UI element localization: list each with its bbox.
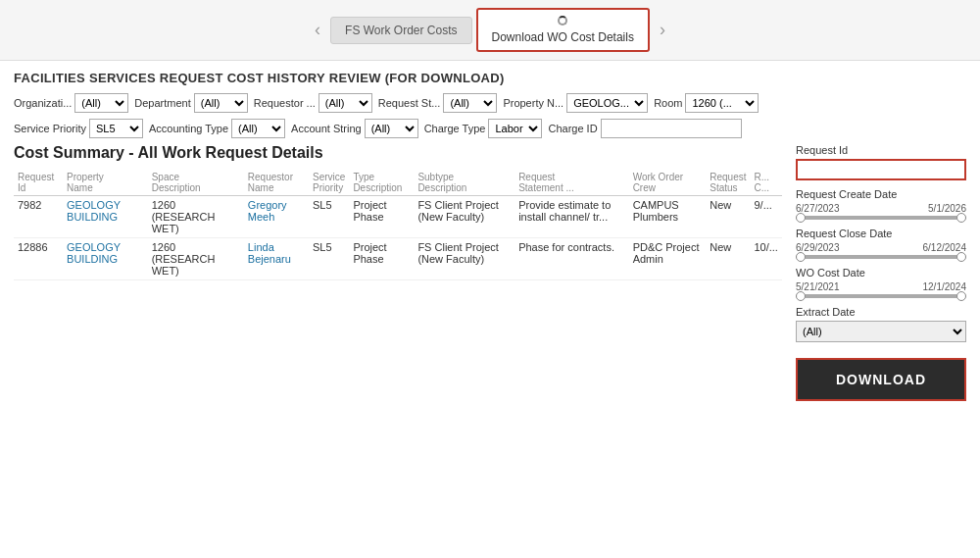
rp-wcd-thumb-left[interactable] xyxy=(796,291,806,301)
filter-request-status: Request St... (All) xyxy=(378,93,498,113)
tab-next-btn[interactable]: › xyxy=(654,20,671,40)
rp-rcd-slider-fill xyxy=(796,216,966,220)
filter-account-string: Account String (All) xyxy=(291,119,418,138)
right-panel: Request Id Request Create Date 6/27/2023… xyxy=(782,144,966,401)
cell-subtype-desc: FS Client Project (New Faculty) xyxy=(414,238,514,280)
filter-at-select[interactable]: (All) xyxy=(231,119,285,138)
filter-prop-select[interactable]: GEOLOG... xyxy=(566,93,648,113)
cell-request-status: New xyxy=(706,196,750,238)
col-service-priority: ServicePriority xyxy=(309,170,349,196)
cell-request-id: 7982 xyxy=(14,196,63,238)
cell-subtype-desc: FS Client Project (New Faculty) xyxy=(414,196,514,238)
tab-bar: ‹ FS Work Order Costs Download WO Cost D… xyxy=(0,0,980,61)
rp-request-create-date-field: Request Create Date 6/27/2023 5/1/2026 xyxy=(796,188,966,220)
filter-ct-label: Charge Type xyxy=(424,123,486,134)
filter-reqst-label: Request St... xyxy=(378,97,441,109)
filter-req-select[interactable]: (All) xyxy=(318,93,372,113)
filter-req-label: Requestor ... xyxy=(254,97,316,109)
filter-organization: Organizati... (All) xyxy=(14,93,128,113)
filter-dept-select[interactable]: (All) xyxy=(194,93,248,113)
col-space-desc: SpaceDescription xyxy=(148,170,244,196)
cell-sp: SL5 xyxy=(309,196,349,238)
tab-fs-work-order-costs[interactable]: FS Work Order Costs xyxy=(330,17,471,44)
rp-wcd-label: WO Cost Date xyxy=(796,267,966,279)
filter-as-select[interactable]: (All) xyxy=(365,119,418,138)
col-wo-crew: Work OrderCrew xyxy=(629,170,707,196)
cell-rc: 10/... xyxy=(750,238,782,280)
rp-rcld-thumb-left[interactable] xyxy=(796,252,806,262)
cell-wo-crew: CAMPUS Plumbers xyxy=(629,196,707,238)
cell-request-stmt: Provide estimate to install channel/ tr.… xyxy=(514,196,629,238)
rp-rcd-thumb-left[interactable] xyxy=(796,213,806,223)
filter-ci-label: Charge ID xyxy=(548,123,597,134)
rp-request-id-field: Request Id xyxy=(796,144,966,180)
cell-wo-crew: PD&C Project Admin xyxy=(629,238,707,280)
cell-sp: SL5 xyxy=(309,238,349,280)
page-title: FACILITIES SERVICES REQUEST COST HISTORY… xyxy=(14,71,966,85)
rp-wcd-slider-fill xyxy=(796,294,966,298)
cell-requestor[interactable]: Linda Bejenaru xyxy=(244,238,309,280)
filter-sp-label: Service Priority xyxy=(14,123,86,134)
filter-charge-type: Charge Type Labor xyxy=(424,119,543,138)
rp-ed-label: Extract Date xyxy=(796,306,966,318)
cell-rc: 9/... xyxy=(750,196,782,238)
rp-wo-cost-date-field: WO Cost Date 5/21/2021 12/1/2024 xyxy=(796,267,966,298)
filter-row-1: Organizati... (All) Department (All) Req… xyxy=(14,93,966,113)
tab-prev-btn[interactable]: ‹ xyxy=(309,20,326,40)
table-row: 12886 GEOLOGY BUILDING 1260 (RESEARCH WE… xyxy=(14,238,782,280)
filter-ct-select[interactable]: Labor xyxy=(488,119,542,138)
filter-at-label: Accounting Type xyxy=(149,123,228,134)
filter-room: Room 1260 (... xyxy=(654,93,759,113)
rp-request-id-label: Request Id xyxy=(796,144,966,156)
filter-charge-id: Charge ID xyxy=(548,119,741,138)
filter-as-label: Account String xyxy=(291,123,362,134)
rp-rcd-thumb-right[interactable] xyxy=(956,213,966,223)
rp-extract-date-field: Extract Date (All) xyxy=(796,306,966,342)
col-request-id: Request Id xyxy=(14,170,63,196)
cell-request-stmt: Phase for contracts. xyxy=(514,238,629,280)
filter-property-name: Property N... GEOLOG... xyxy=(503,93,648,113)
filter-ci-input[interactable] xyxy=(601,119,742,138)
filter-dept-label: Department xyxy=(134,97,190,109)
cell-type-desc: Project Phase xyxy=(349,238,414,280)
col-type-desc: TypeDescription xyxy=(349,170,414,196)
col-subtype-desc: SubtypeDescription xyxy=(414,170,514,196)
rp-wcd-slider-track xyxy=(796,294,966,298)
rp-request-id-input[interactable] xyxy=(796,159,966,180)
filter-prop-label: Property N... xyxy=(503,97,564,109)
cost-summary-table: Request Id PropertyName SpaceDescription… xyxy=(14,170,782,280)
rp-request-close-date-field: Request Close Date 6/29/2023 6/12/2024 xyxy=(796,228,966,259)
col-request-status: RequestStatus xyxy=(706,170,750,196)
cell-space-desc: 1260 (RESEARCH WET) xyxy=(148,238,244,280)
filter-room-label: Room xyxy=(654,97,682,109)
rp-rcd-label: Request Create Date xyxy=(796,188,966,200)
filter-sp-select[interactable]: SL5 xyxy=(89,119,143,138)
filter-reqst-select[interactable]: (All) xyxy=(443,93,497,113)
loading-spinner xyxy=(558,16,567,25)
cell-property-name[interactable]: GEOLOGY BUILDING xyxy=(63,238,148,280)
download-button[interactable]: DOWNLOAD xyxy=(796,358,966,401)
filter-accounting-type: Accounting Type (All) xyxy=(149,119,285,138)
rp-rcld-thumb-right[interactable] xyxy=(956,252,966,262)
filter-org-select[interactable]: (All) xyxy=(74,93,128,113)
filter-row-2: Service Priority SL5 Accounting Type (Al… xyxy=(14,119,966,138)
filter-requestor: Requestor ... (All) xyxy=(254,93,372,113)
col-property-name: PropertyName xyxy=(63,170,148,196)
tab-download-wo-cost-details[interactable]: Download WO Cost Details xyxy=(476,8,650,52)
content-area: Cost Summary - All Work Request Details … xyxy=(14,144,966,401)
col-rc: R...C... xyxy=(750,170,782,196)
left-panel: Cost Summary - All Work Request Details … xyxy=(14,144,782,401)
filter-department: Department (All) xyxy=(134,93,247,113)
table-row: 7982 GEOLOGY BUILDING 1260 (RESEARCH WET… xyxy=(14,196,782,238)
col-request-stmt: RequestStatement ... xyxy=(514,170,629,196)
filter-service-priority: Service Priority SL5 xyxy=(14,119,143,138)
cell-property-name[interactable]: GEOLOGY BUILDING xyxy=(63,196,148,238)
rp-ed-select[interactable]: (All) xyxy=(796,321,966,342)
main-content: FACILITIES SERVICES REQUEST COST HISTORY… xyxy=(0,61,980,411)
rp-rcld-slider-fill xyxy=(796,255,966,259)
filter-org-label: Organizati... xyxy=(14,97,72,109)
rp-wcd-thumb-right[interactable] xyxy=(956,291,966,301)
filter-room-select[interactable]: 1260 (... xyxy=(685,93,759,113)
cell-requestor[interactable]: Gregory Meeh xyxy=(244,196,309,238)
cell-request-status: New xyxy=(706,238,750,280)
